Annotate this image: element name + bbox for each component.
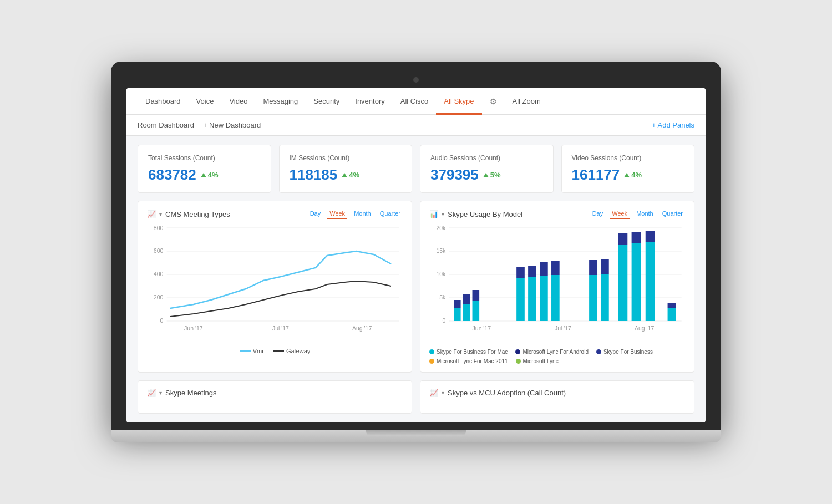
cms-time-filters: Day Week Month Quarter <box>308 209 403 219</box>
add-panels-button[interactable]: + Add Panels <box>652 121 694 129</box>
stat-change-audio-sessions: 5% <box>483 171 501 179</box>
stat-value-im-sessions: 118185 <box>290 166 338 184</box>
svg-text:200: 200 <box>154 294 164 301</box>
skype-mcu-title-row: 📈 ▾ Skype vs MCU Adoption (Call Count) <box>429 389 685 397</box>
svg-rect-31 <box>473 290 480 301</box>
cms-chart-legend: Vmr Gateway <box>147 348 403 354</box>
svg-rect-28 <box>463 304 470 321</box>
stat-change-total-sessions: 4% <box>201 171 219 179</box>
nav-item-all-skype[interactable]: All Skype <box>436 88 481 115</box>
sub-nav-room-dashboard[interactable]: Room Dashboard <box>138 115 203 136</box>
nav-item-voice[interactable]: Voice <box>189 88 222 115</box>
svg-text:Jul '17: Jul '17 <box>555 325 571 332</box>
bottom-row: 📈 ▾ Skype Meetings 📈 ▾ Skype vs MCU Adop… <box>138 380 694 414</box>
nav-item-dashboard[interactable]: Dashboard <box>138 88 189 115</box>
skype-time-filters: Day Week Month Quarter <box>590 209 685 219</box>
svg-rect-45 <box>618 233 628 245</box>
svg-text:0: 0 <box>443 318 446 324</box>
svg-text:Aug '17: Aug '17 <box>352 325 372 332</box>
svg-rect-29 <box>463 294 470 304</box>
app: Dashboard Voice Video Messaging Security <box>126 88 706 422</box>
nav-item-security[interactable]: Security <box>306 88 347 115</box>
svg-rect-35 <box>528 266 536 277</box>
skype-svg: 20k 15k 10k 5k 0 <box>429 222 685 339</box>
stat-value-row-video-sessions: 161177 4% <box>572 166 684 184</box>
stat-change-im-sessions: 4% <box>342 171 359 179</box>
skype-meetings-title-row: 📈 ▾ Skype Meetings <box>147 389 403 397</box>
legend-ms-lync-android-dot <box>515 349 520 354</box>
cms-filter-day[interactable]: Day <box>308 209 323 219</box>
legend-ms-lync-mac: Microsoft Lync For Mac 2011 <box>429 358 508 364</box>
svg-rect-51 <box>668 303 676 308</box>
svg-rect-26 <box>454 308 461 321</box>
cms-svg: 800 600 400 200 0 <box>147 222 403 339</box>
skype-mcu-dropdown[interactable]: ▾ <box>442 390 444 396</box>
cms-line-chart: 800 600 400 200 0 <box>147 222 403 344</box>
svg-text:15k: 15k <box>436 248 446 254</box>
skype-mcu-title: Skype vs MCU Adoption (Call Count) <box>448 389 566 397</box>
svg-rect-34 <box>528 277 536 321</box>
svg-rect-46 <box>632 243 641 321</box>
skype-meetings-dropdown[interactable]: ▾ <box>159 390 162 396</box>
legend-gateway-line <box>273 350 284 352</box>
legend-skype-business-dot <box>596 349 601 354</box>
nav-item-all-cisco[interactable]: All Cisco <box>393 88 437 115</box>
triangle-up-icon <box>342 173 347 177</box>
svg-rect-33 <box>516 267 525 278</box>
legend-skype-business: Skype For Business <box>596 349 653 355</box>
svg-rect-36 <box>540 276 548 321</box>
cms-filter-month[interactable]: Month <box>352 209 373 219</box>
cms-filter-quarter[interactable]: Quarter <box>378 209 403 219</box>
skype-filter-week[interactable]: Week <box>610 209 630 219</box>
skype-dropdown-arrow[interactable]: ▾ <box>442 211 444 217</box>
svg-rect-27 <box>454 300 461 308</box>
skype-filter-quarter[interactable]: Quarter <box>660 209 685 219</box>
skype-filter-month[interactable]: Month <box>634 209 656 219</box>
nav-item-inventory[interactable]: Inventory <box>347 88 392 115</box>
cms-dropdown-arrow[interactable]: ▾ <box>159 211 162 217</box>
skype-bar-legend: Skype For Business For Mac Microsoft Lyn… <box>429 349 685 364</box>
legend-ms-lync-dot <box>516 359 521 364</box>
svg-text:10k: 10k <box>436 271 446 277</box>
svg-rect-37 <box>540 262 548 276</box>
main-content: Total Sessions (Count) 683782 4% <box>126 136 706 422</box>
svg-rect-38 <box>551 275 560 321</box>
svg-rect-40 <box>589 275 597 321</box>
skype-mcu-card: 📈 ▾ Skype vs MCU Adoption (Call Count) <box>420 380 694 414</box>
skype-filter-day[interactable]: Day <box>590 209 606 219</box>
legend-skype-business-label: Skype For Business <box>603 349 653 355</box>
cms-filter-week[interactable]: Week <box>327 209 347 219</box>
svg-rect-39 <box>551 261 560 275</box>
skype-chart-card: 📊 ▾ Skype Usage By Model Day Week Month … <box>420 201 694 373</box>
stat-value-audio-sessions: 379395 <box>430 166 479 184</box>
skype-chart-header: 📊 ▾ Skype Usage By Model Day Week Month … <box>429 209 685 219</box>
cms-chart-title-row: 📈 ▾ CMS Meeting Types <box>147 210 230 218</box>
screen-bezel: Dashboard Voice Video Messaging Security <box>111 62 721 430</box>
svg-text:Jul '17: Jul '17 <box>272 325 289 332</box>
legend-vmr: Vmr <box>240 348 264 354</box>
stat-label-audio-sessions: Audio Sessions (Count) <box>430 154 543 162</box>
skype-meetings-card: 📈 ▾ Skype Meetings <box>138 380 412 414</box>
skype-mcu-chart-icon: 📈 <box>429 389 438 397</box>
svg-rect-41 <box>589 260 597 275</box>
nav-item-all-zoom[interactable]: All Zoom <box>505 88 549 115</box>
nav-item-settings[interactable]: ⚙ <box>482 88 505 115</box>
stat-change-video-sessions: 4% <box>624 171 642 179</box>
svg-rect-44 <box>618 245 628 321</box>
svg-text:20k: 20k <box>436 225 446 231</box>
nav-item-messaging[interactable]: Messaging <box>255 88 306 115</box>
nav-item-video[interactable]: Video <box>221 88 255 115</box>
legend-ms-lync-label: Microsoft Lync <box>523 358 559 364</box>
sub-nav-new-dashboard[interactable]: + New Dashboard <box>203 115 270 136</box>
gear-icon: ⚙ <box>490 97 497 106</box>
stat-label-total-sessions: Total Sessions (Count) <box>148 154 261 162</box>
triangle-up-icon <box>201 173 206 177</box>
svg-rect-48 <box>646 242 655 321</box>
svg-text:0: 0 <box>160 318 164 324</box>
screen: Dashboard Voice Video Messaging Security <box>126 88 706 422</box>
cms-chart-header: 📈 ▾ CMS Meeting Types Day Week Month Qua… <box>147 209 403 219</box>
stat-value-row-audio-sessions: 379395 5% <box>430 166 543 184</box>
stat-label-im-sessions: IM Sessions (Count) <box>290 154 402 162</box>
svg-text:600: 600 <box>154 248 164 254</box>
legend-ms-lync-android: Microsoft Lync For Android <box>515 349 589 355</box>
